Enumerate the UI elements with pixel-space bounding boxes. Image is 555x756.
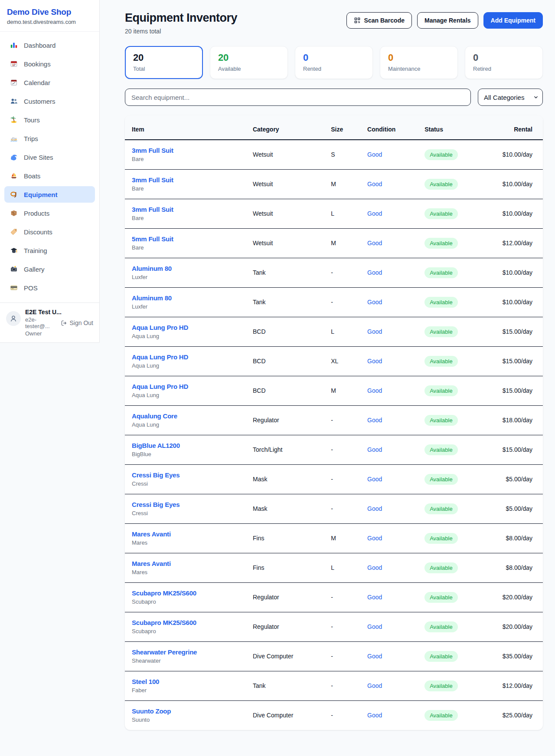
sidebar-item-equipment[interactable]: Equipment [4, 186, 95, 203]
stat-card-total[interactable]: 20 Total [125, 46, 203, 79]
sidebar-item-label: Equipment [24, 191, 58, 198]
add-equipment-button[interactable]: Add Equipment [483, 12, 543, 29]
condition-link[interactable]: Good [367, 594, 382, 601]
sidebar-item-dashboard[interactable]: Dashboard [4, 37, 95, 53]
stat-label: Rented [303, 66, 365, 72]
sidebar-item-dive-sites[interactable]: Dive Sites [4, 149, 95, 165]
stat-card-available[interactable]: 20 Available [210, 46, 288, 79]
condition-cell: Good [367, 700, 424, 730]
condition-link[interactable]: Good [367, 682, 382, 689]
item-link[interactable]: Aqua Lung Pro HD [132, 353, 253, 361]
condition-cell: Good [367, 346, 424, 376]
item-cell: Shearwater Peregrine Shearwater [125, 641, 253, 671]
equipment-table: Item Category Size Condition Status Rent… [125, 115, 543, 730]
sidebar-item-tours[interactable]: Tours [4, 112, 95, 128]
table-header-row: Item Category Size Condition Status Rent… [125, 115, 543, 140]
stat-card-rented[interactable]: 0 Rented [295, 46, 373, 79]
sidebar-item-gallery[interactable]: Gallery [4, 261, 95, 277]
item-link[interactable]: Scubapro MK25/S600 [132, 619, 253, 626]
item-link[interactable]: BigBlue AL1200 [132, 442, 253, 449]
sidebar-item-pos[interactable]: POS [4, 279, 95, 296]
category-select[interactable]: All Categories [478, 89, 543, 106]
item-link[interactable]: Aluminum 80 [132, 265, 253, 272]
status-cell: Available [424, 582, 486, 612]
size-cell: XL [331, 346, 367, 376]
status-badge: Available [424, 326, 458, 337]
sidebar-item-products[interactable]: Products [4, 205, 95, 221]
condition-link[interactable]: Good [367, 299, 382, 306]
item-cell: Aqua Lung Pro HD Aqua Lung [125, 317, 253, 346]
condition-link[interactable]: Good [367, 151, 382, 158]
table-row: Mares Avanti Mares Fins M Good Available… [125, 523, 543, 553]
category-cell: BCD [253, 317, 331, 346]
condition-link[interactable]: Good [367, 653, 382, 660]
manage-rentals-button[interactable]: Manage Rentals [417, 12, 478, 29]
condition-link[interactable]: Good [367, 417, 382, 424]
item-link[interactable]: Shearwater Peregrine [132, 648, 253, 656]
item-link[interactable]: Aluminum 80 [132, 294, 253, 302]
sidebar-item-training[interactable]: Training [4, 242, 95, 259]
item-link[interactable]: Mares Avanti [132, 560, 253, 567]
condition-link[interactable]: Good [367, 476, 382, 483]
sidebar-header: Demo Dive Shop demo.test.divestreams.com [0, 0, 99, 32]
condition-link[interactable]: Good [367, 387, 382, 394]
package-icon [10, 209, 18, 217]
condition-link[interactable]: Good [367, 446, 382, 453]
stat-card-maintenance[interactable]: 0 Maintenance [380, 46, 458, 79]
condition-link[interactable]: Good [367, 358, 382, 365]
item-cell: 3mm Full Suit Bare [125, 169, 253, 199]
item-link[interactable]: Cressi Big Eyes [132, 471, 253, 479]
stat-card-retired[interactable]: 0 Retired [465, 46, 543, 79]
item-link[interactable]: 3mm Full Suit [132, 176, 253, 184]
condition-link[interactable]: Good [367, 181, 382, 187]
condition-link[interactable]: Good [367, 269, 382, 276]
item-link[interactable]: Aqualung Core [132, 412, 253, 420]
category-cell: Torch/Light [253, 435, 331, 464]
condition-link[interactable]: Good [367, 505, 382, 512]
item-cell: Aqua Lung Pro HD Aqua Lung [125, 376, 253, 405]
condition-link[interactable]: Good [367, 712, 382, 719]
status-badge: Available [424, 710, 458, 721]
sidebar-item-bookings[interactable]: 17 Bookings [4, 56, 95, 72]
condition-cell: Good [367, 553, 424, 582]
sailboat-icon [10, 171, 18, 180]
search-input[interactable] [125, 89, 471, 106]
item-link[interactable]: 3mm Full Suit [132, 206, 253, 213]
table-row: Cressi Big Eyes Cressi Mask - Good Avail… [125, 464, 543, 494]
rental-cell: $10.00/day [486, 287, 543, 317]
item-link[interactable]: Suunto Zoop [132, 707, 253, 715]
stats-row: 20 Total 20 Available 0 Rented 0 Mainten… [125, 46, 543, 79]
condition-cell: Good [367, 523, 424, 553]
size-cell: - [331, 641, 367, 671]
table-row: Aluminum 80 Luxfer Tank - Good Available… [125, 258, 543, 287]
sidebar-item-boats[interactable]: Boats [4, 168, 95, 184]
condition-link[interactable]: Good [367, 623, 382, 630]
condition-link[interactable]: Good [367, 210, 382, 217]
item-link[interactable]: 5mm Full Suit [132, 235, 253, 243]
scan-barcode-button[interactable]: Scan Barcode [346, 12, 412, 29]
status-cell: Available [424, 140, 486, 169]
sign-out-button[interactable]: Sign Out [60, 319, 93, 327]
sidebar-item-discounts[interactable]: Discounts [4, 224, 95, 240]
rental-cell: $20.00/day [486, 612, 543, 641]
condition-link[interactable]: Good [367, 240, 382, 247]
size-cell: - [331, 700, 367, 730]
category-cell: BCD [253, 376, 331, 405]
item-cell: Cressi Big Eyes Cressi [125, 494, 253, 523]
item-link[interactable]: Scubapro MK25/S600 [132, 589, 253, 597]
item-link[interactable]: Mares Avanti [132, 530, 253, 538]
category-cell: Tank [253, 287, 331, 317]
condition-link[interactable]: Good [367, 535, 382, 542]
sidebar-item-trips[interactable]: Trips [4, 130, 95, 147]
item-link[interactable]: Steel 100 [132, 678, 253, 685]
condition-link[interactable]: Good [367, 564, 382, 571]
item-link[interactable]: Aqua Lung Pro HD [132, 383, 253, 390]
sidebar-item-calendar[interactable]: Calendar [4, 74, 95, 91]
item-link[interactable]: 3mm Full Suit [132, 147, 253, 154]
sidebar-item-label: Discounts [24, 228, 52, 236]
item-link[interactable]: Cressi Big Eyes [132, 501, 253, 508]
rental-cell: $5.00/day [486, 494, 543, 523]
sidebar-item-customers[interactable]: Customers [4, 93, 95, 109]
condition-link[interactable]: Good [367, 328, 382, 335]
item-link[interactable]: Aqua Lung Pro HD [132, 324, 253, 331]
